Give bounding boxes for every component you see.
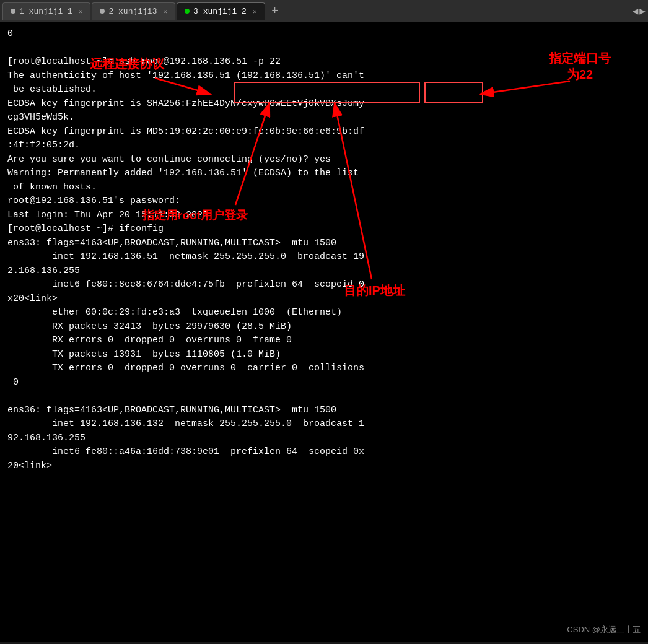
tab-2-dot	[100, 9, 105, 14]
tab-3-close[interactable]: ✕	[253, 7, 257, 15]
add-tab-button[interactable]: +	[266, 2, 284, 20]
tab-bar: 1 xunjiji 1 ✕ 2 xunjiji3 ✕ 3 xunjiji 2 ✕…	[0, 0, 648, 22]
tab-nav-prev[interactable]: ◀	[633, 5, 639, 17]
tab-2-label: 2 xunjiji3	[108, 7, 157, 16]
tab-2-close[interactable]: ✕	[163, 7, 167, 15]
tab-3-label: 3 xunjiji 2	[193, 7, 247, 16]
tab-1-dot	[11, 9, 15, 14]
tab-3[interactable]: 3 xunjiji 2 ✕	[177, 2, 265, 20]
tab-3-dot	[185, 9, 190, 14]
tab-1-label: 1 xunjiji 1	[19, 7, 72, 16]
tab-1-close[interactable]: ✕	[79, 7, 83, 15]
terminal-output: 0 [root@localhost ~]# ssh root@192.168.1…	[7, 27, 641, 473]
tab-1[interactable]: 1 xunjiji 1 ✕	[2, 2, 90, 20]
terminal[interactable]: 0 [root@localhost ~]# ssh root@192.168.1…	[0, 22, 648, 642]
tab-nav: ◀ ▶	[633, 5, 646, 17]
tab-2[interactable]: 2 xunjiji3 ✕	[92, 2, 175, 20]
csdn-watermark: CSDN @永远二十五	[567, 624, 641, 636]
terminal-wrapper: 0 [root@localhost ~]# ssh root@192.168.1…	[0, 22, 648, 642]
tab-nav-next[interactable]: ▶	[639, 5, 646, 17]
